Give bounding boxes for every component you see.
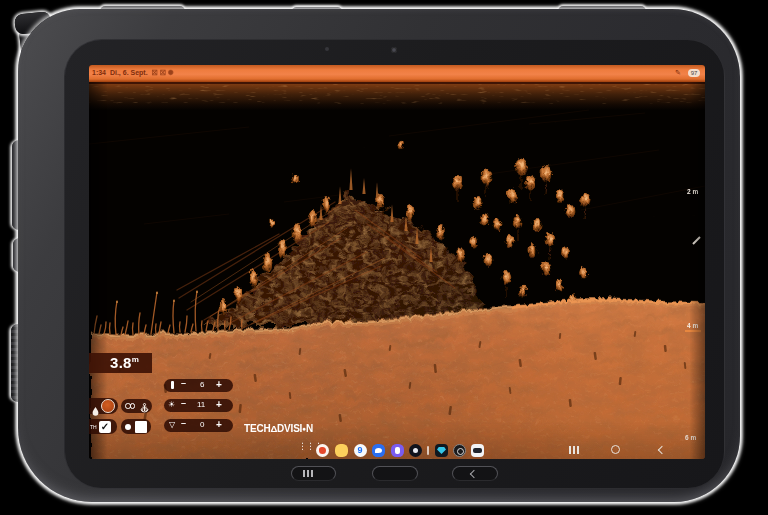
svg-text:6 m: 6 m [685,434,696,441]
svg-text:2 m: 2 m [687,188,698,195]
svg-text:4 m: 4 m [687,322,698,329]
